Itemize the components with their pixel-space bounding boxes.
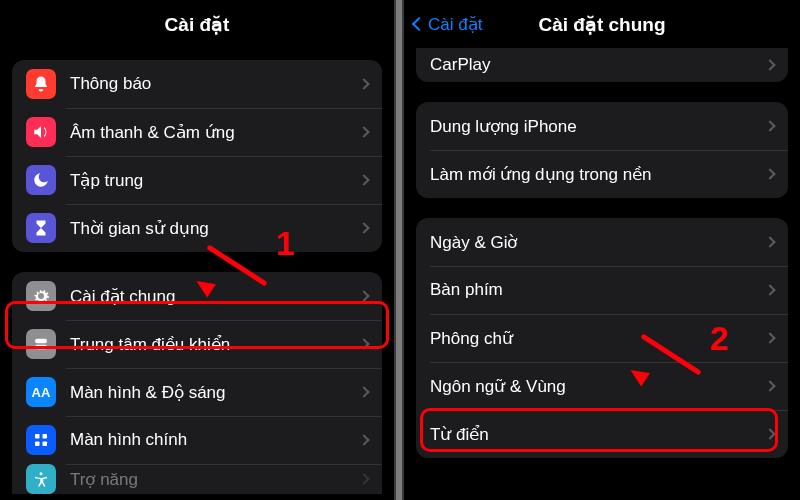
chevron-right-icon [358,222,369,233]
row-accessibility[interactable]: Trợ năng [12,464,382,494]
annotation-number-1: 1 [276,224,295,263]
svg-rect-2 [35,434,40,439]
chevron-right-icon [358,290,369,301]
chevron-right-icon [358,338,369,349]
chevron-right-icon [764,284,775,295]
svg-rect-4 [35,442,40,447]
row-focus[interactable]: Tập trung [12,156,382,204]
page-title: Cài đặt [165,13,230,36]
settings-group-notifications: Thông báo Âm thanh & Cảm ứng Tập trung T… [12,60,382,252]
hourglass-icon [26,213,56,243]
chevron-right-icon [764,332,775,343]
gear-icon [26,281,56,311]
row-language-region[interactable]: Ngôn ngữ & Vùng [416,362,788,410]
row-carplay[interactable]: CarPlay [416,48,788,82]
row-bg-refresh[interactable]: Làm mới ứng dụng trong nền [416,150,788,198]
row-label: Trung tâm điều khiển [70,334,360,355]
screenshot-stage: Cài đặt Thông báo Âm thanh & Cảm ứng Tập… [0,0,800,500]
svg-rect-1 [35,345,47,350]
header: Cài đặt Cài đặt chung [404,0,800,48]
row-label: Bàn phím [430,280,766,300]
chevron-right-icon [764,59,775,70]
chevron-right-icon [358,473,369,484]
row-home[interactable]: Màn hình chính [12,416,382,464]
settings-group-general: Cài đặt chung Trung tâm điều khiển AA Mà… [12,272,382,494]
row-fonts[interactable]: Phông chữ [416,314,788,362]
row-screentime[interactable]: Thời gian sử dụng [12,204,382,252]
row-label: Trợ năng [70,469,360,490]
row-date-time[interactable]: Ngày & Giờ [416,218,788,266]
row-storage[interactable]: Dung lượng iPhone [416,102,788,150]
row-label: Từ điển [430,424,766,445]
chevron-left-icon [412,17,426,31]
chevron-right-icon [764,168,775,179]
row-keyboard[interactable]: Bàn phím [416,266,788,314]
chevron-right-icon [764,236,775,247]
row-label: Ngày & Giờ [430,232,766,253]
header: Cài đặt [0,0,394,48]
accessibility-icon [26,464,56,494]
row-label: Thông báo [70,74,360,94]
row-label: Âm thanh & Cảm ứng [70,122,360,143]
back-button[interactable]: Cài đặt [414,14,482,35]
row-label: Cài đặt chung [70,286,360,307]
row-label: Làm mới ứng dụng trong nền [430,164,766,185]
back-label: Cài đặt [428,14,482,35]
annotation-number-2: 2 [710,319,729,358]
row-sounds[interactable]: Âm thanh & Cảm ứng [12,108,382,156]
chevron-right-icon [764,380,775,391]
row-notifications[interactable]: Thông báo [12,60,382,108]
general-group-locale: Ngày & Giờ Bàn phím Phông chữ Ngôn ngữ &… [416,218,788,458]
row-label: Dung lượng iPhone [430,116,766,137]
row-label: Thời gian sử dụng [70,218,360,239]
general-settings-screen: Cài đặt Cài đặt chung CarPlay Dung lượng… [402,0,800,500]
row-dictionary[interactable]: Từ điển [416,410,788,458]
moon-icon [26,165,56,195]
chevron-right-icon [358,174,369,185]
speaker-icon [26,117,56,147]
page-title: Cài đặt chung [538,13,665,36]
chevron-right-icon [764,428,775,439]
row-label: Tập trung [70,170,360,191]
general-group-carplay: CarPlay [416,48,788,82]
svg-rect-0 [35,339,47,344]
row-label: CarPlay [430,55,766,75]
chevron-right-icon [358,126,369,137]
settings-screen: Cài đặt Thông báo Âm thanh & Cảm ứng Tập… [0,0,396,500]
chevron-right-icon [358,78,369,89]
svg-rect-3 [43,434,48,439]
text-size-icon: AA [26,377,56,407]
svg-point-6 [40,472,43,475]
row-label: Ngôn ngữ & Vùng [430,376,766,397]
toggles-icon [26,329,56,359]
grid-icon [26,425,56,455]
row-control-center[interactable]: Trung tâm điều khiển [12,320,382,368]
chevron-right-icon [764,120,775,131]
general-group-storage: Dung lượng iPhone Làm mới ứng dụng trong… [416,102,788,198]
row-display[interactable]: AA Màn hình & Độ sáng [12,368,382,416]
bell-icon [26,69,56,99]
chevron-right-icon [358,386,369,397]
row-label: Màn hình chính [70,430,360,450]
chevron-right-icon [358,434,369,445]
row-label: Màn hình & Độ sáng [70,382,360,403]
svg-rect-5 [43,442,48,447]
